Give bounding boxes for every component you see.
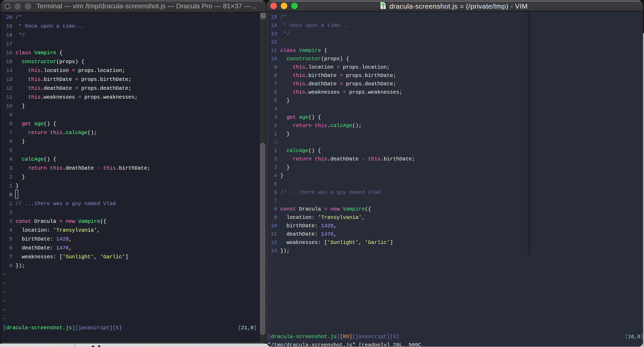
svg-text:JS: JS (382, 7, 384, 9)
